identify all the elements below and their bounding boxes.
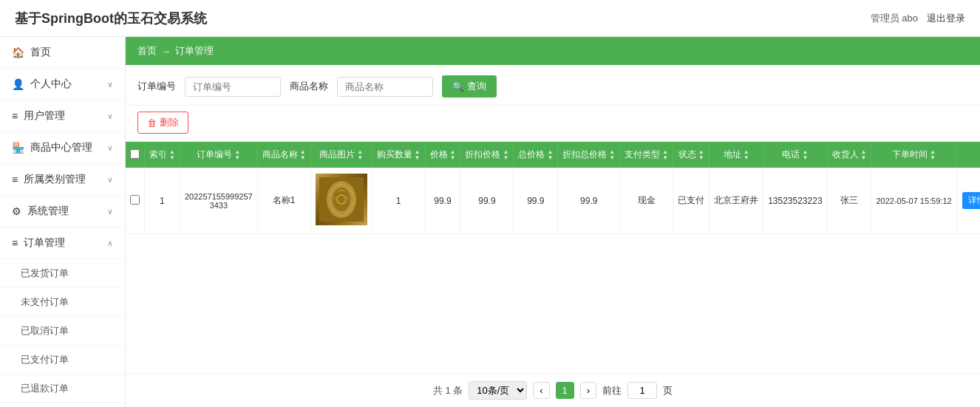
cell-index: 1 [145, 168, 180, 234]
page-1-button[interactable]: 1 [556, 382, 574, 399]
row-checkbox[interactable] [130, 195, 140, 205]
sort-addr-icon[interactable]: ▲▼ [743, 149, 749, 161]
pagination: 共 1 条 10条/页 20条/页 50条/页 ‹ 1 › 前往 页 [126, 373, 980, 407]
sort-payment-icon[interactable]: ▲▼ [662, 149, 668, 161]
batch-delete-button[interactable]: 🗑 删除 [137, 112, 188, 134]
sort-orderno-icon[interactable]: ▲▼ [234, 149, 240, 161]
prev-page-button[interactable]: ‹ [533, 382, 549, 399]
sidebar-item-order[interactable]: ≡ 订单管理 ∧ [0, 228, 125, 259]
table-header-row: 索引 ▲▼ 订单编号 ▲▼ 商品名称 [126, 142, 980, 168]
sidebar-sub-paid[interactable]: 已支付订单 [0, 346, 125, 374]
sort-time-icon[interactable]: ▲▼ [930, 149, 936, 161]
sidebar-item-home[interactable]: 🏠 首页 [0, 37, 125, 69]
cell-status: 已支付 [673, 168, 710, 234]
sidebar-label-shop: 商品中心管理 [30, 141, 92, 154]
search-label: 查询 [467, 80, 486, 93]
shop-icon: 🏪 [12, 142, 24, 154]
chevron-down-icon4: ∨ [107, 175, 113, 185]
sidebar-sub-refunded[interactable]: 已退款订单 [0, 374, 125, 403]
cell-discount-total: 99.9 [558, 168, 620, 234]
sort-dprice-icon[interactable]: ▲▼ [503, 149, 508, 161]
sort-phone-icon[interactable]: ▲▼ [802, 149, 808, 161]
th-phone: 电话 ▲▼ [763, 142, 827, 168]
system-icon: ⚙ [12, 205, 21, 217]
cell-payment-type: 现金 [620, 168, 673, 234]
table-row: 1 2022571559992573433 名称1 [126, 168, 980, 234]
sidebar-sub-completed[interactable]: 已完成订单 [0, 403, 125, 407]
sidebar-sub-shipped[interactable]: 已发货订单 [0, 259, 125, 288]
search-button[interactable]: 🔍 查询 [442, 75, 497, 98]
product-name-input[interactable] [337, 77, 433, 97]
next-page-button[interactable]: › [580, 382, 596, 399]
order-no-label: 订单编号 [137, 80, 176, 93]
th-discount-price: 折扣价格 ▲▼ [460, 142, 514, 168]
sidebar-sub-label-unpaid: 未支付订单 [21, 295, 69, 309]
sidebar-label-personal: 个人中心 [30, 78, 72, 91]
cell-receiver: 张三 [827, 168, 871, 234]
person-icon: 👤 [12, 78, 24, 90]
table-container: 索引 ▲▼ 订单编号 ▲▼ 商品名称 [126, 142, 980, 373]
logout-button[interactable]: 退出登录 [927, 12, 965, 25]
content-area: 首页 → 订单管理 订单编号 商品名称 🔍 查询 🗑 删除 [126, 37, 980, 407]
orders-table: 索引 ▲▼ 订单编号 ▲▼ 商品名称 [126, 142, 980, 234]
th-actions: 操作 [956, 142, 980, 168]
product-name-label: 商品名称 [290, 80, 328, 93]
breadcrumb-current: 订单管理 [175, 44, 214, 58]
th-address: 地址 ▲▼ [710, 142, 763, 168]
th-checkbox[interactable] [126, 142, 145, 168]
cell-order-no: 2022571559992573433 [180, 168, 257, 234]
chevron-down-icon: ∨ [107, 80, 113, 89]
delete-label: 删除 [160, 116, 179, 129]
sidebar-item-personal[interactable]: 👤 个人中心 ∨ [0, 69, 125, 100]
th-receiver: 收货人 ▲▼ [827, 142, 871, 168]
sort-recv-icon[interactable]: ▲▼ [861, 149, 867, 161]
sidebar-label-user: 用户管理 [24, 109, 65, 123]
sidebar-sub-cancelled[interactable]: 已取消订单 [0, 317, 125, 346]
cell-address: 北京王府井 [710, 168, 763, 234]
main-layout: 🏠 首页 👤 个人中心 ∨ ≡ 用户管理 ∨ 🏪 商品中心管理 ∨ ≡ 所属类别… [0, 37, 980, 407]
cell-order-time: 2022-05-07 15:59:12 [871, 168, 956, 234]
th-product-name: 商品名称 ▲▼ [257, 142, 310, 168]
chevron-down-icon5: ∨ [107, 207, 113, 216]
jade-carving-svg [319, 177, 364, 222]
th-status: 状态 ▲▼ [673, 142, 710, 168]
detail-button[interactable]: 详情 [962, 192, 980, 209]
sidebar-item-shop[interactable]: 🏪 商品中心管理 ∨ [0, 132, 125, 164]
sidebar-sub-unpaid[interactable]: 未支付订单 [0, 288, 125, 317]
cell-product-img [310, 168, 372, 234]
cell-actions: 详情 发货 删除 [956, 168, 980, 234]
sort-status-icon[interactable]: ▲▼ [698, 149, 704, 161]
sort-name-icon[interactable]: ▲▼ [300, 149, 306, 161]
select-all-checkbox[interactable] [130, 149, 140, 159]
sidebar-item-category[interactable]: ≡ 所属类别管理 ∨ [0, 164, 125, 196]
search-icon: 🔍 [452, 81, 464, 92]
th-product-img: 商品图片 ▲▼ [310, 142, 372, 168]
action-bar: 🗑 删除 [126, 106, 980, 142]
breadcrumb: 首页 → 订单管理 [126, 37, 980, 65]
sort-price-icon[interactable]: ▲▼ [450, 149, 456, 161]
sort-dtotal-icon[interactable]: ▲▼ [609, 149, 615, 161]
delete-icon: 🗑 [147, 117, 157, 129]
cell-discount-price: 99.9 [460, 168, 514, 234]
th-total: 总价格 ▲▼ [514, 142, 558, 168]
sidebar-label-home: 首页 [30, 46, 51, 59]
user-label: 管理员 abo [871, 12, 918, 25]
user-area: 管理员 abo 退出登录 [871, 12, 965, 25]
cell-qty: 1 [372, 168, 425, 234]
sort-total-icon[interactable]: ▲▼ [547, 149, 553, 161]
sort-img-icon[interactable]: ▲▼ [357, 149, 363, 161]
row-checkbox-cell[interactable] [126, 168, 145, 234]
home-icon: 🏠 [12, 47, 24, 58]
sidebar-item-user-mgmt[interactable]: ≡ 用户管理 ∨ [0, 100, 125, 132]
sort-qty-icon[interactable]: ▲▼ [415, 149, 421, 161]
breadcrumb-home[interactable]: 首页 [137, 44, 157, 58]
page-goto-input[interactable] [627, 382, 657, 399]
sort-index-icon[interactable]: ▲▼ [169, 149, 175, 161]
order-no-input[interactable] [185, 77, 281, 97]
sidebar-item-system[interactable]: ⚙ 系统管理 ∨ [0, 196, 125, 228]
users-icon: ≡ [12, 110, 18, 122]
cell-price: 99.9 [425, 168, 460, 234]
svg-point-2 [333, 188, 350, 211]
page-size-select[interactable]: 10条/页 20条/页 50条/页 [469, 381, 527, 400]
filter-area: 订单编号 商品名称 🔍 查询 [126, 65, 980, 106]
